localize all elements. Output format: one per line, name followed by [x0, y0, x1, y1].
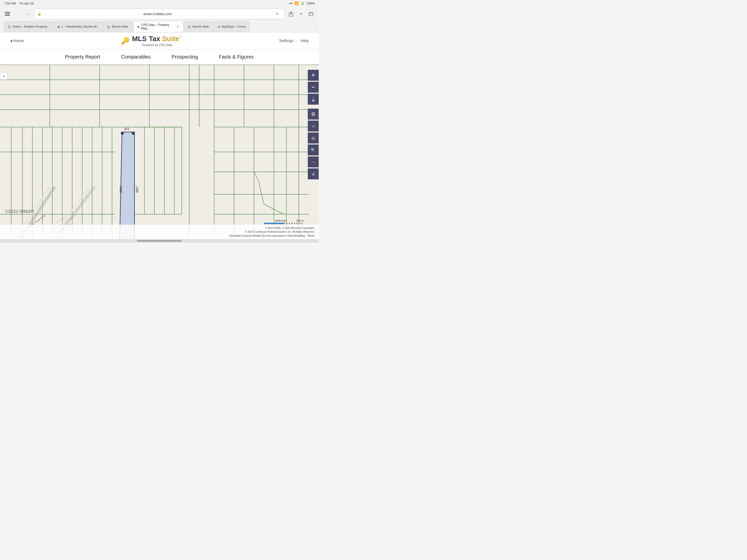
back-button[interactable]: ‹ — [14, 10, 21, 18]
tab-favicon-3: 🏠 — [107, 25, 110, 28]
tab-favicon-5: 🏠 — [187, 25, 191, 28]
scale-label-250m: 250 m — [296, 219, 304, 222]
print-button[interactable]: 🖨 — [308, 169, 319, 179]
browser-chrome: ‹ › 🔒 wmar.crsdata.com ↻ + — [0, 7, 319, 32]
tab-crs-data[interactable]: ◉ CRS Data – Property Map... ✕ — [133, 21, 183, 32]
share-button[interactable] — [287, 10, 295, 18]
help-link[interactable]: Help — [301, 39, 309, 43]
ruler-button[interactable]: ― — [308, 156, 319, 168]
expand-arrows-button[interactable]: » — [0, 72, 7, 80]
logo-tm: ™ — [179, 36, 182, 40]
tab-label-3: flexmls Web — [112, 25, 128, 28]
wifi-icon: 📶 — [294, 1, 299, 5]
reload-button[interactable]: ↻ — [274, 10, 281, 18]
map-settings-button[interactable]: ⚙ — [308, 109, 319, 120]
tab-residential-flexmls[interactable]: ◉ 1 – Residential | flexmls W... — [54, 21, 103, 32]
header-links: Settings | Help — [279, 39, 309, 43]
time: 7:59 AM — [4, 1, 16, 5]
map-controls: + − ▲ N ⚙ ▭ ◎ 🔍 ― 🖨 — [308, 70, 319, 179]
footer-line2: © 2024 Courthouse Retrieval System, Inc.… — [229, 230, 315, 234]
signal-icon: ▪▪▪ — [289, 1, 292, 5]
tab-label-2: 1 – Residential | flexmls W... — [61, 25, 99, 28]
logo-sub-text: Powered by CRS Data — [132, 43, 182, 47]
tab-flexmls-web-2[interactable]: 🏠 flexmls Web — [184, 21, 214, 32]
nav-prospecting[interactable]: Prospecting — [169, 53, 201, 61]
scale-bar-dashed — [284, 223, 304, 224]
svg-point-25 — [121, 132, 124, 135]
map-container[interactable]: 421' 501' 3866' 3857' — [0, 65, 319, 239]
home-link[interactable]: Home — [10, 39, 24, 43]
settings-link[interactable]: Settings — [279, 39, 293, 43]
svg-rect-3 — [5, 13, 6, 15]
logo-main-text: MLS Tax Suite™ — [132, 35, 182, 43]
tab-skyslope-forms[interactable]: ◈ SkySlope – Forms — [214, 21, 250, 32]
zoom-out-button[interactable]: − — [308, 82, 319, 93]
compass-button[interactable]: ▲ N — [308, 94, 319, 105]
svg-rect-6 — [309, 12, 313, 14]
map-svg: 421' 501' 3866' 3857' — [0, 65, 319, 239]
logo-key-icon: 🔑 — [121, 37, 129, 45]
main-nav: Property Report Comparables Prospecting … — [0, 50, 319, 65]
svg-text:3857': 3857' — [135, 186, 139, 193]
svg-rect-1 — [6, 14, 10, 14]
browser-actions: + — [287, 10, 315, 18]
tab-label-5: flexmls Web — [192, 25, 209, 28]
expand-arrows-icon: » — [3, 74, 5, 78]
lock-icon: 🔒 — [37, 12, 41, 16]
scale-bar-blue — [264, 223, 284, 224]
tab-favicon-1: 🏠 — [8, 25, 11, 28]
tab-favicon-4: ◉ — [137, 25, 140, 28]
map-watermark: ©2024 WMAR — [5, 209, 34, 214]
logo-area: 🔑 MLS Tax Suite™ Powered by CRS Data — [121, 35, 182, 47]
nav-facts-figures[interactable]: Facts & Figures — [216, 53, 257, 61]
footer-line3: Information Deemed Reliable But Not Guar… — [229, 234, 315, 238]
status-icons: ▪▪▪ 📶 🔋 100% — [289, 1, 315, 5]
header-divider: | — [297, 39, 298, 43]
day-date: Fri Apr 19 — [20, 1, 33, 5]
tab-favicon-6: ◈ — [218, 25, 220, 28]
footer-copyright: © 2024 HERE, © 2024 Microsoft Corporatio… — [229, 226, 315, 238]
logo-text: MLS Tax Suite™ Powered by CRS Data — [132, 35, 182, 47]
map-search-button[interactable]: 🔍 — [308, 145, 319, 155]
tab-label-6: SkySlope – Forms — [221, 25, 246, 28]
locate-button[interactable]: ◎ — [308, 132, 319, 144]
battery-level: 100% — [307, 1, 315, 5]
tab-flexmls-web[interactable]: 🏠 flexmls Web — [103, 21, 133, 32]
tab-home-realtors[interactable]: 🏠 Home – Realtors Property... — [4, 21, 53, 32]
url-text: wmar.crsdata.com — [43, 12, 272, 16]
address-bar[interactable]: 🔒 wmar.crsdata.com ↻ — [34, 9, 284, 19]
nav-comparables[interactable]: Comparables — [118, 53, 154, 61]
app-header: Home 🔑 MLS Tax Suite™ Powered by CRS Dat… — [0, 32, 319, 50]
svg-rect-0 — [5, 12, 10, 13]
map-footer: © 2024 HERE, © 2024 Microsoft Corporatio… — [0, 225, 319, 239]
horizontal-scrollbar[interactable] — [0, 239, 319, 243]
svg-marker-24 — [120, 132, 134, 239]
svg-text:421': 421' — [124, 127, 130, 131]
scale-label-1000ft: 1000 feet — [275, 219, 286, 222]
tab-favicon-2: ◉ — [57, 25, 60, 28]
tab-label-4: CRS Data – Property Map... — [141, 23, 175, 30]
tab-label-1: Home – Realtors Property... — [13, 25, 50, 28]
measure-button[interactable]: ▭ — [308, 121, 319, 131]
footer-line1: © 2024 HERE, © 2024 Microsoft Corporatio… — [229, 226, 315, 230]
zoom-in-button[interactable]: + — [308, 70, 319, 81]
svg-rect-2 — [5, 15, 10, 16]
battery-icon: 🔋 — [301, 1, 305, 5]
status-bar: 7:59 AM Fri Apr 19 ▪▪▪ 📶 🔋 100% — [0, 0, 319, 7]
browser-nav-bar: ‹ › 🔒 wmar.crsdata.com ↻ + — [0, 7, 319, 21]
scroll-thumb[interactable] — [137, 240, 182, 242]
sidebar-toggle-button[interactable] — [4, 10, 11, 18]
new-tab-button[interactable]: + — [297, 10, 305, 18]
svg-text:3866': 3866' — [119, 186, 123, 193]
tabs-bar: 🏠 Home – Realtors Property... ◉ 1 – Resi… — [0, 21, 319, 32]
home-label: Home — [13, 39, 24, 43]
tabs-overview-button[interactable] — [307, 10, 315, 18]
tab-close-4[interactable]: ✕ — [176, 25, 180, 29]
svg-point-26 — [132, 132, 135, 135]
terms-link[interactable]: Terms — [307, 234, 315, 237]
nav-property-report[interactable]: Property Report — [62, 53, 103, 61]
forward-button[interactable]: › — [24, 10, 31, 18]
map-scale: 1000 feet 250 m — [264, 219, 304, 224]
